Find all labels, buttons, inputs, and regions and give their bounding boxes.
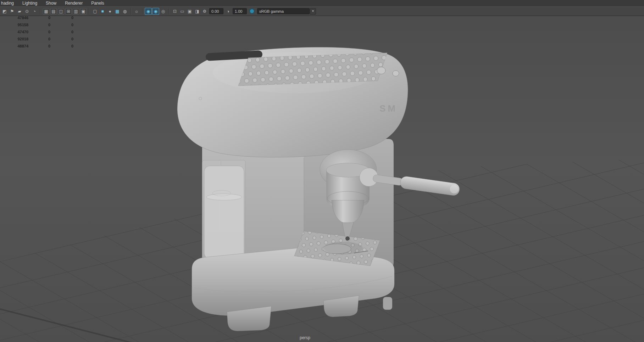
hud-value: 0 — [50, 44, 73, 48]
hud-value: 0 — [28, 23, 50, 27]
shaded-mode-icon[interactable]: ■ — [99, 8, 106, 15]
bookmark-icon[interactable]: ⚑ — [9, 8, 16, 15]
toolbar-separator — [131, 8, 131, 15]
hud-value: 0 — [28, 44, 50, 48]
hud-value: 48874 — [0, 44, 28, 48]
display-settings-gear-icon[interactable]: ⚙ — [201, 8, 208, 15]
color-management-icon[interactable] — [249, 9, 255, 14]
wireframe-mode-icon[interactable]: ▢ — [91, 8, 99, 15]
toolbar-icon-strip: ◩⚑▰⊙◔▦▤◫⊞▥▣▢■●▩◍☼◉◉◎⊡▭▣◨⚙ — [1, 8, 208, 15]
power-knob — [377, 67, 385, 74]
material-mode-icon[interactable]: ◍ — [121, 8, 128, 15]
shadows-toggle-icon[interactable]: ◉ — [145, 8, 152, 15]
hud-value: 92018 — [0, 37, 28, 41]
brand-logo-text: SM — [379, 103, 398, 114]
panel-toolbar: ◩⚑▰⊙◔▦▤◫⊞▥▣▢■●▩◍☼◉◉◎⊡▭▣◨⚙ 0.00 ◑ 1.00 sR… — [0, 6, 644, 16]
gamma-field[interactable]: 1.00 — [233, 8, 247, 14]
hud-row: 92018 0 0 — [0, 35, 73, 43]
hud-value: 0 — [28, 37, 50, 41]
isolate-select-icon[interactable]: ⊡ — [171, 8, 178, 15]
colorspace-dropdown-arrow-icon[interactable]: ▼ — [310, 8, 316, 15]
poly-count-hud: 47846 0 0 95158 0 0 47470 0 0 92018 0 0 … — [0, 14, 73, 50]
mode-knob — [393, 71, 399, 76]
pane-split-layout-icon[interactable]: ◫ — [58, 8, 64, 15]
hud-value: 0 — [50, 30, 73, 34]
pane-outliner-layout-icon[interactable]: ▣ — [80, 8, 87, 15]
spout-tip — [345, 236, 350, 241]
motion-blur-toggle-icon[interactable]: ◎ — [160, 8, 167, 15]
tank-window-glass — [202, 160, 245, 264]
menu-show[interactable]: Show — [41, 0, 61, 7]
wireframe-on-shaded-icon[interactable]: ▩ — [114, 8, 121, 15]
base-foot-stub — [383, 297, 392, 310]
hud-value: 47470 — [0, 30, 28, 34]
hud-value: 0 — [50, 23, 73, 27]
menu-panels[interactable]: Panels — [87, 0, 109, 7]
menu-lighting[interactable]: Lighting — [18, 0, 41, 7]
film-gate-icon[interactable]: ▣ — [186, 8, 193, 15]
pane-horizontal-layout-icon[interactable]: ▥ — [73, 8, 79, 15]
toolbar-separator — [142, 8, 143, 15]
hud-value: 0 — [50, 16, 73, 20]
toolbar-separator — [89, 8, 89, 15]
panel-chrome: hading Lighting Show Renderer Panels ◩⚑▰… — [0, 0, 644, 16]
hud-row: 95158 0 0 — [0, 21, 73, 28]
marker-tool-icon[interactable]: ▰ — [16, 8, 23, 15]
hud-value: 0 — [28, 16, 50, 20]
camera-name-label: persp — [300, 335, 310, 340]
menu-renderer[interactable]: Renderer — [61, 0, 87, 7]
image-plane-icon[interactable]: ◨ — [194, 8, 201, 15]
hud-row: 48874 0 0 — [0, 43, 73, 50]
hud-value: 47846 — [0, 16, 28, 20]
perspective-viewport[interactable]: SM — [0, 0, 644, 342]
hud-row: 47470 0 0 — [0, 28, 73, 35]
pane-quad-layout-icon[interactable]: ⊞ — [65, 8, 72, 15]
toolbar-separator — [40, 8, 40, 15]
contrast-icon[interactable]: ◑ — [224, 8, 232, 15]
espresso-machine-model[interactable]: SM — [177, 47, 460, 331]
textured-mode-icon[interactable]: ● — [106, 8, 113, 15]
exposure-field[interactable]: 0.00 — [209, 8, 223, 14]
tray-shadow — [324, 242, 363, 254]
snap-tool-icon[interactable]: ⊙ — [23, 8, 30, 15]
ambient-occlusion-toggle-icon[interactable]: ◉ — [152, 8, 159, 15]
select-tool-icon[interactable]: ◩ — [1, 8, 8, 15]
cup-warmer-bumps — [238, 53, 387, 86]
panel-menu-bar: hading Lighting Show Renderer Panels — [0, 0, 644, 6]
pane-four-view-icon[interactable]: ▤ — [50, 8, 57, 15]
hud-value: 0 — [28, 30, 50, 34]
hud-value: 95158 — [0, 23, 28, 27]
camera-mask-icon[interactable]: ▭ — [179, 8, 186, 15]
pane-single-layout-icon[interactable]: ▦ — [43, 8, 49, 15]
default-lighting-icon[interactable]: ☼ — [133, 8, 140, 15]
toolbar-separator — [169, 8, 169, 15]
menu-shading[interactable]: hading — [0, 0, 18, 7]
brush-tool-icon[interactable]: ◔ — [31, 8, 38, 15]
colorspace-dropdown[interactable]: sRGB gamma — [257, 8, 310, 14]
hud-value: 0 — [50, 37, 73, 41]
